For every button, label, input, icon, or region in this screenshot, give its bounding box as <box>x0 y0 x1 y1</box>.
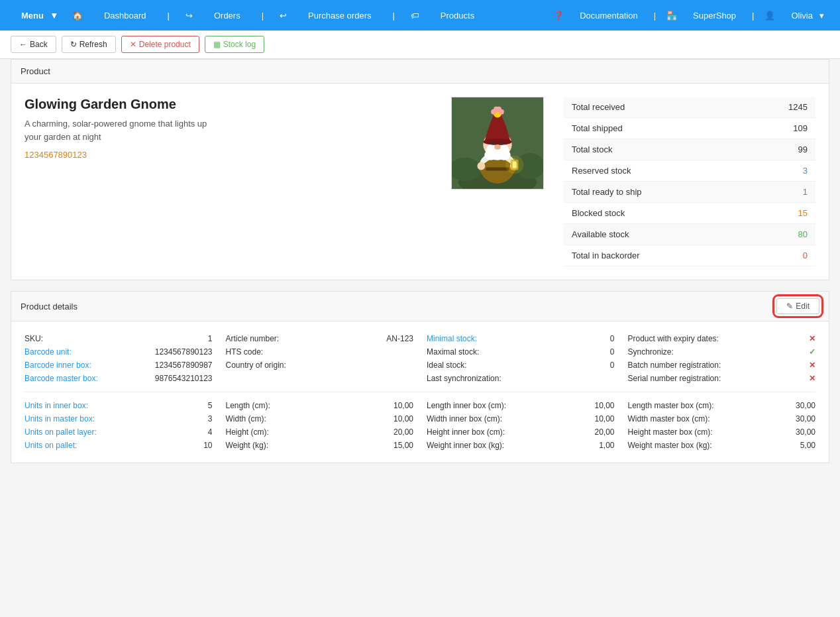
edit-button[interactable]: ✎ Edit <box>776 298 819 314</box>
detail-row: Serial number registration:✕ <box>628 372 816 385</box>
detail-value: 30,00 <box>796 401 815 410</box>
svg-point-17 <box>500 142 503 145</box>
detail-value: 15,00 <box>394 441 413 450</box>
stat-label: Total stock <box>572 144 612 154</box>
detail-row: Country of origin: <box>226 359 414 372</box>
detail-value: 10,00 <box>594 401 614 410</box>
detail-label: Maximal stock: <box>427 347 479 357</box>
nav-icon-orders: ↪ <box>180 11 198 21</box>
nav-icon-supershop: 🏪 <box>662 11 681 21</box>
detail-label: Units on pallet layer: <box>25 427 97 437</box>
svg-point-19 <box>477 162 485 170</box>
product-card: Glowing Garden Gnome A charming, solar-p… <box>11 84 829 280</box>
detail-row: Width (cm):10,00 <box>226 412 414 425</box>
detail-row: HTS code: <box>226 345 414 359</box>
nav-products[interactable]: Products <box>430 11 485 21</box>
delete-product-button[interactable]: ✕ Delete product <box>121 36 199 53</box>
detail-value: 10,00 <box>594 414 614 423</box>
svg-point-18 <box>494 144 501 150</box>
detail-value: ✓ <box>809 347 815 357</box>
stat-label: Total in backorder <box>572 251 640 260</box>
stat-row: Total received1245 <box>564 97 815 118</box>
detail-row: Product with expiry dates:✕ <box>628 332 816 345</box>
stat-row: Total shipped109 <box>564 118 815 139</box>
detail-row: Units in master box:3 <box>25 412 213 425</box>
details-upper-grid: SKU:1Barcode unit:1234567890123Barcode i… <box>25 332 815 385</box>
stat-row: Total ready to ship1 <box>564 182 815 203</box>
nav-user[interactable]: Olivia ▾ <box>782 11 829 21</box>
detail-value: 1234567890123 <box>155 347 213 357</box>
detail-row: Ideal stock:0 <box>427 359 615 372</box>
stat-value: 80 <box>798 229 808 239</box>
detail-label: Height (cm): <box>226 427 269 437</box>
detail-row: Barcode inner box:1234567890987 <box>25 359 213 372</box>
svg-point-15 <box>496 107 501 112</box>
nav-documentation[interactable]: Documentation <box>570 11 647 21</box>
svg-point-10 <box>483 139 511 145</box>
detail-row: Last synchronization: <box>427 372 615 385</box>
detail-label: Units in inner box: <box>25 401 88 410</box>
back-button[interactable]: ← Back <box>11 36 56 53</box>
detail-value: 9876543210123 <box>155 374 213 383</box>
top-navigation: Menu ▾ 🏠 Dashboard | ↪ Orders | ↩ Purcha… <box>0 0 840 30</box>
nav-icon-products: 🏷 <box>405 11 425 21</box>
detail-row: Batch number registration:✕ <box>628 359 816 372</box>
product-info: Glowing Garden Gnome A charming, solar-p… <box>25 97 431 266</box>
detail-label: SKU: <box>25 334 43 343</box>
detail-row: Article number:AN-123 <box>226 332 414 345</box>
stat-row: Available stock80 <box>564 224 815 245</box>
detail-label: Length inner box (cm): <box>427 401 506 410</box>
detail-label: Units on pallet: <box>25 441 77 450</box>
stat-label: Total ready to ship <box>572 187 642 197</box>
detail-row: Height (cm):20,00 <box>226 425 414 439</box>
detail-column: Minimal stock:0Maximal stock:0Ideal stoc… <box>427 332 615 385</box>
product-description: A charming, solar-powered gnome that lig… <box>25 117 431 143</box>
stat-label: Available stock <box>572 229 629 239</box>
edit-icon: ✎ <box>786 302 793 311</box>
detail-row: Height inner box (cm):20,00 <box>427 425 615 439</box>
svg-point-16 <box>492 142 495 145</box>
stat-value: 0 <box>803 251 808 260</box>
details-section-title: Product details <box>21 302 78 311</box>
nav-supershop[interactable]: SuperShop <box>684 11 745 21</box>
detail-value: 0 <box>610 361 615 370</box>
product-section-header: Product <box>11 59 829 84</box>
detail-row: Weight master box (kg):5,00 <box>628 439 816 452</box>
stat-value: 15 <box>798 208 808 218</box>
detail-row: SKU:1 <box>25 332 213 345</box>
detail-label: Last synchronization: <box>427 374 501 383</box>
detail-label: Height master box (cm): <box>628 427 713 437</box>
delete-icon: ✕ <box>130 40 136 49</box>
detail-label: Weight master box (kg): <box>628 441 712 450</box>
detail-value: ✕ <box>809 374 815 383</box>
detail-row: Weight (kg):15,00 <box>226 439 414 452</box>
detail-column: Article number:AN-123HTS code:Country of… <box>226 332 414 385</box>
product-image <box>451 97 544 190</box>
nav-orders[interactable]: Orders <box>203 11 251 21</box>
menu-button[interactable]: Menu ▾ <box>11 10 62 21</box>
detail-row: Units in inner box:5 <box>25 399 213 412</box>
stat-row: Total in backorder0 <box>564 245 815 266</box>
detail-row: Barcode unit:1234567890123 <box>25 345 213 359</box>
stock-log-button[interactable]: ▦ Stock log <box>205 36 264 53</box>
detail-value: ✕ <box>809 361 815 370</box>
stat-value: 1 <box>803 187 808 197</box>
detail-label: Serial number registration: <box>628 374 721 383</box>
detail-row: Maximal stock:0 <box>427 345 615 359</box>
stat-value: 99 <box>798 144 808 154</box>
detail-column: Length (cm):10,00Width (cm):10,00Height … <box>226 399 414 452</box>
detail-label: Product with expiry dates: <box>628 334 719 343</box>
nav-dashboard[interactable]: Dashboard <box>93 11 157 21</box>
refresh-button[interactable]: ↻ Refresh <box>62 36 116 53</box>
detail-row: Units on pallet layer:4 <box>25 425 213 439</box>
detail-value: 10,00 <box>394 414 413 423</box>
detail-label: Height inner box (cm): <box>427 427 505 437</box>
detail-column: Length master box (cm):30,00Width master… <box>628 399 816 452</box>
detail-label: Units in master box: <box>25 414 95 423</box>
detail-label: Country of origin: <box>226 361 286 370</box>
nav-purchase-orders[interactable]: Purchase orders <box>297 11 382 21</box>
toolbar: ← Back ↻ Refresh ✕ Delete product ▦ Stoc… <box>0 30 840 59</box>
detail-row: Synchronize:✓ <box>628 345 816 359</box>
detail-row: Minimal stock:0 <box>427 332 615 345</box>
details-body: SKU:1Barcode unit:1234567890123Barcode i… <box>11 321 829 463</box>
